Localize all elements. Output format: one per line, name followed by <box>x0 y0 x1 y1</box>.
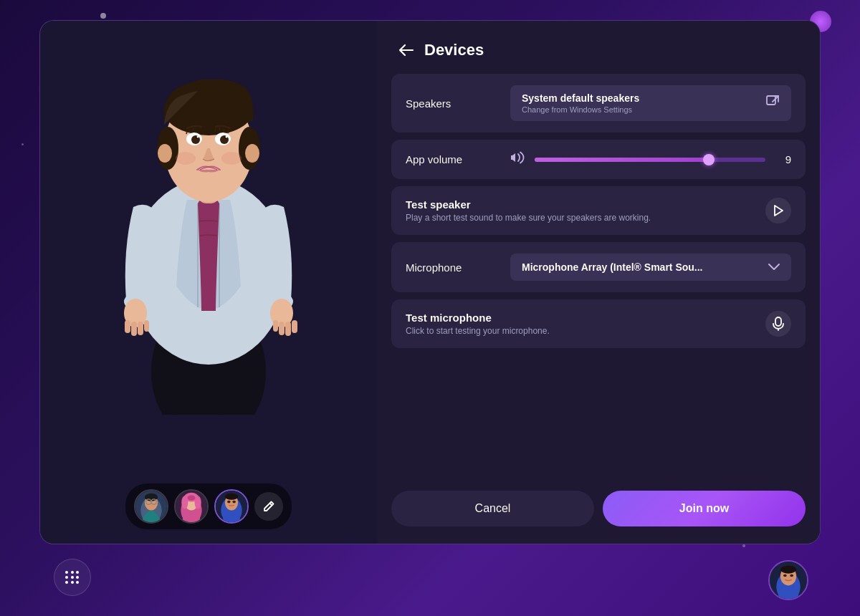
volume-thumb[interactable] <box>703 154 715 165</box>
test-speaker-subtitle: Play a short test sound to make sure you… <box>406 213 651 223</box>
volume-number: 9 <box>774 153 791 165</box>
app-volume-label: App volume <box>406 153 499 165</box>
chevron-down-icon <box>768 261 780 274</box>
speakers-change-text: Change from Windows Settings <box>522 105 639 114</box>
test-mic-subtitle: Click to start testing your microphone. <box>406 326 550 336</box>
edit-avatar-button[interactable] <box>254 492 283 521</box>
avatar-figure <box>87 42 330 415</box>
dot <box>65 571 68 574</box>
app-volume-row: App volume <box>391 140 806 179</box>
dot <box>71 571 74 574</box>
speakers-external-icon[interactable] <box>765 95 780 112</box>
avatar-thumb-3[interactable] <box>214 489 249 524</box>
volume-track <box>535 158 765 162</box>
speakers-value-text: System default speakers Change from Wind… <box>522 92 639 114</box>
svg-point-48 <box>195 496 201 509</box>
svg-point-49 <box>188 495 196 500</box>
test-mic-title: Test microphone <box>406 312 550 324</box>
volume-slider[interactable] <box>535 158 765 162</box>
svg-point-55 <box>232 501 236 504</box>
svg-point-25 <box>245 144 259 163</box>
svg-point-24 <box>158 144 172 163</box>
star-dot <box>22 143 24 145</box>
user-avatar-bottom-right[interactable] <box>768 560 808 600</box>
svg-point-35 <box>221 152 242 165</box>
svg-rect-18 <box>292 320 297 333</box>
cancel-button[interactable]: Cancel <box>391 491 594 526</box>
svg-point-63 <box>790 574 793 577</box>
settings-header: Devices <box>377 21 820 74</box>
settings-panel: Devices Speakers System default speakers… <box>377 21 820 544</box>
avatar-thumb-1[interactable] <box>134 489 168 524</box>
dot <box>76 576 79 579</box>
microphone-label: Microphone <box>406 261 499 274</box>
svg-rect-17 <box>285 322 291 336</box>
dot <box>76 581 79 584</box>
dots-grid-icon <box>65 571 80 584</box>
test-mic-info: Test microphone Click to start testing y… <box>406 312 550 336</box>
speakers-value: System default speakers Change from Wind… <box>510 85 791 121</box>
footer-buttons: Cancel Join now <box>377 479 820 544</box>
test-speaker-info: Test speaker Play a short test sound to … <box>406 198 651 223</box>
dot <box>65 581 68 584</box>
back-button[interactable] <box>398 44 414 57</box>
svg-rect-11 <box>138 322 143 335</box>
volume-controls: 9 <box>510 151 791 168</box>
dot <box>65 576 68 579</box>
svg-rect-10 <box>131 322 137 336</box>
avatar-thumbnails-bar <box>125 483 292 529</box>
svg-point-53 <box>225 494 238 500</box>
main-card: Devices Speakers System default speakers… <box>39 20 821 544</box>
dot <box>71 576 74 579</box>
volume-fill <box>535 158 708 162</box>
svg-point-34 <box>176 152 196 165</box>
decorative-orb-top-left <box>100 13 106 19</box>
settings-content: Speakers System default speakers Change … <box>377 74 820 479</box>
test-microphone-row: Test microphone Click to start testing y… <box>391 299 806 348</box>
svg-point-61 <box>780 566 796 574</box>
dot <box>76 571 79 574</box>
star-dot <box>742 544 745 547</box>
svg-point-47 <box>181 496 188 509</box>
apps-button[interactable] <box>54 559 91 596</box>
test-speaker-play-button[interactable] <box>765 198 791 223</box>
test-microphone-button[interactable] <box>765 311 791 337</box>
volume-icon <box>510 151 526 168</box>
svg-point-62 <box>783 574 787 577</box>
svg-point-33 <box>226 136 228 138</box>
svg-rect-57 <box>775 317 781 326</box>
test-speaker-title: Test speaker <box>406 198 651 211</box>
speakers-label: Speakers <box>406 97 499 110</box>
avatar-panel <box>40 21 377 544</box>
test-speaker-row: Test speaker Play a short test sound to … <box>391 186 806 235</box>
speakers-device-name: System default speakers <box>522 92 639 104</box>
svg-rect-16 <box>279 322 285 335</box>
microphone-device-name: Microphone Array (Intel® Smart Sou... <box>522 261 703 273</box>
join-now-button[interactable]: Join now <box>603 491 806 526</box>
avatar-thumb-2[interactable] <box>174 489 209 524</box>
svg-rect-12 <box>144 320 149 332</box>
settings-title: Devices <box>424 41 484 59</box>
svg-rect-9 <box>125 320 130 333</box>
speakers-row: Speakers System default speakers Change … <box>391 74 806 133</box>
svg-rect-15 <box>273 320 278 332</box>
svg-point-32 <box>197 136 199 138</box>
dot <box>71 581 74 584</box>
svg-point-54 <box>227 501 231 504</box>
microphone-row: Microphone Microphone Array (Intel® Smar… <box>391 242 806 292</box>
microphone-select[interactable]: Microphone Array (Intel® Smart Sou... <box>510 254 791 281</box>
